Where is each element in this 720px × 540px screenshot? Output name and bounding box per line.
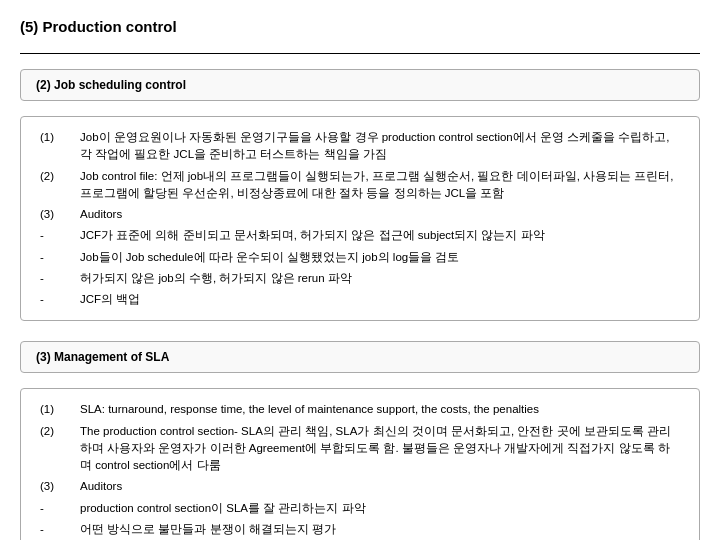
table-row: - JCF의 백업 bbox=[36, 289, 684, 310]
table-row: - 어떤 방식으로 불만들과 분쟁이 해결되는지 평가 bbox=[36, 519, 684, 540]
bullet-text-4: JCF의 백업 bbox=[76, 289, 684, 310]
table-row: - Job들이 Job schedule에 따라 운수되이 실행됐었는지 job… bbox=[36, 247, 684, 268]
section2-content: (1) SLA: turnaround, response time, the … bbox=[20, 388, 700, 540]
label-2-3: (3) bbox=[36, 476, 76, 497]
label-1-3: (3) bbox=[36, 204, 76, 225]
table-row: (1) SLA: turnaround, response time, the … bbox=[36, 399, 684, 420]
label-2-1: (1) bbox=[36, 399, 76, 420]
text-2-3: Auditors bbox=[76, 476, 684, 497]
bullet2-dash-1: - bbox=[36, 498, 76, 519]
section2-table: (1) SLA: turnaround, response time, the … bbox=[36, 399, 684, 540]
text-1-3: Auditors bbox=[76, 204, 684, 225]
title-divider bbox=[20, 53, 700, 54]
table-row: (1) Job이 운영요원이나 자동화된 운영기구들을 사용할 경우 produ… bbox=[36, 127, 684, 166]
table-row: (2) The production control section- SLA의… bbox=[36, 421, 684, 477]
section1-header: (2) Job scheduling control bbox=[36, 78, 186, 92]
text-2-1: SLA: turnaround, response time, the leve… bbox=[76, 399, 684, 420]
bullet-dash-3: - bbox=[36, 268, 76, 289]
bullet-text-1: JCF가 표준에 의해 준비되고 문서화되며, 허가되지 않은 접근에 subj… bbox=[76, 225, 684, 246]
bullet-text-3: 허가되지 않은 job의 수행, 허가되지 않은 rerun 파악 bbox=[76, 268, 684, 289]
label-1-1: (1) bbox=[36, 127, 76, 166]
bullet2-dash-2: - bbox=[36, 519, 76, 540]
text-1-1: Job이 운영요원이나 자동화된 운영기구들을 사용할 경우 productio… bbox=[76, 127, 684, 166]
text-2-2: The production control section- SLA의 관리 … bbox=[76, 421, 684, 477]
bullet-dash-2: - bbox=[36, 247, 76, 268]
section2-header: (3) Management of SLA bbox=[36, 350, 169, 364]
bullet2-text-1: production control section이 SLA를 잘 관리하는지… bbox=[76, 498, 684, 519]
section1-content: (1) Job이 운영요원이나 자동화된 운영기구들을 사용할 경우 produ… bbox=[20, 116, 700, 321]
table-row: (2) Job control file: 언제 job내의 프로그램들이 실행… bbox=[36, 166, 684, 205]
bullet-dash-4: - bbox=[36, 289, 76, 310]
bullet-text-2: Job들이 Job schedule에 따라 운수되이 실행됐었는지 job의 … bbox=[76, 247, 684, 268]
bullet-dash-1: - bbox=[36, 225, 76, 246]
section2-header-box: (3) Management of SLA bbox=[20, 341, 700, 373]
text-1-2: Job control file: 언제 job내의 프로그램들이 실행되는가,… bbox=[76, 166, 684, 205]
bullet2-text-2: 어떤 방식으로 불만들과 분쟁이 해결되는지 평가 bbox=[76, 519, 684, 540]
table-row: (3) Auditors bbox=[36, 476, 684, 497]
section1-table: (1) Job이 운영요원이나 자동화된 운영기구들을 사용할 경우 produ… bbox=[36, 127, 684, 310]
table-row: - JCF가 표준에 의해 준비되고 문서화되며, 허가되지 않은 접근에 su… bbox=[36, 225, 684, 246]
table-row: - 허가되지 않은 job의 수행, 허가되지 않은 rerun 파악 bbox=[36, 268, 684, 289]
page-title: (5) Production control bbox=[20, 10, 700, 43]
section1-header-box: (2) Job scheduling control bbox=[20, 69, 700, 101]
table-row: - production control section이 SLA를 잘 관리하… bbox=[36, 498, 684, 519]
table-row: (3) Auditors bbox=[36, 204, 684, 225]
label-2-2: (2) bbox=[36, 421, 76, 477]
label-1-2: (2) bbox=[36, 166, 76, 205]
